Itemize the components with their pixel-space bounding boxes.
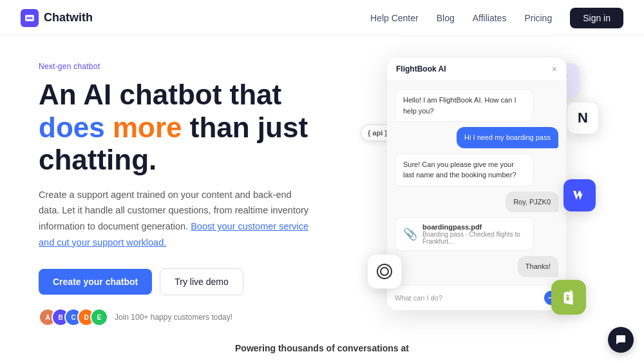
headline-highlight-blue: does <box>39 112 113 143</box>
powering-text: Powering thousands of conversations at <box>39 343 605 353</box>
navbar: Chatwith Help Center Blog Affiliates Pri… <box>0 0 644 36</box>
svg-point-3 <box>31 17 33 19</box>
social-proof: A B C D E Join 100+ happy customers toda… <box>39 308 335 326</box>
try-demo-button[interactable]: Try live demo <box>160 268 243 295</box>
nav-link-affiliates[interactable]: Affiliates <box>473 13 507 23</box>
nav-links: Help Center Blog Affiliates Pricing Sign… <box>370 8 623 28</box>
chat-header: FlightBook AI × <box>387 57 566 81</box>
chat-message-2: Sure! Can you please give me your last n… <box>395 153 534 186</box>
social-proof-text: Join 100+ happy customers today! <box>115 313 232 322</box>
chat-input-placeholder[interactable]: What can I do? <box>395 294 539 302</box>
svg-point-1 <box>27 17 29 19</box>
nav-link-pricing[interactable]: Pricing <box>524 13 552 23</box>
notion-icon: N <box>567 102 599 134</box>
sign-in-button[interactable]: Sign in <box>570 8 623 28</box>
chat-message-1: Hi I need my boarding pass <box>457 127 558 148</box>
hero-tag: Next-gen chatbot <box>39 62 335 71</box>
chat-window: FlightBook AI × Hello! I am FlightBook A… <box>386 57 567 311</box>
chat-message-3: Roy, PJZK0 <box>506 191 558 213</box>
webflow-icon <box>564 179 596 211</box>
headline-part1: An AI chatbot that <box>39 79 281 110</box>
chat-file-message: 📎 boardingpass.pdf Boarding pass · Check… <box>395 217 534 251</box>
chat-widget-button[interactable] <box>608 327 634 353</box>
chat-message-0: Hello! I am FlightBook AI. How can I hel… <box>395 89 534 122</box>
shopify-icon <box>551 280 586 315</box>
main-content: Next-gen chatbot An AI chatbot that does… <box>0 36 644 328</box>
bottom-section: Powering thousands of conversations at ✦… <box>0 343 644 363</box>
hero-right: T { api } N FlightBook AI × Hello! I am … <box>361 57 605 328</box>
cta-row: Create your chatbot Try live demo <box>39 268 335 295</box>
hero-left: Next-gen chatbot An AI chatbot that does… <box>39 57 335 328</box>
chat-body: Hello! I am FlightBook AI. How can I hel… <box>387 81 566 285</box>
logo-text: Chatwith <box>44 11 93 25</box>
headline-highlight-orange: more <box>113 112 190 143</box>
avatar-5: E <box>90 308 108 326</box>
file-icon: 📎 <box>403 227 417 241</box>
logo-icon <box>21 9 39 27</box>
chat-message-4: Thanks! <box>518 256 558 277</box>
svg-point-2 <box>29 17 31 19</box>
logo[interactable]: Chatwith <box>21 9 93 27</box>
hero-headline: An AI chatbot that does more than justch… <box>39 79 335 177</box>
hero-description: Create a support agent trained on your c… <box>39 187 309 251</box>
chat-title: FlightBook AI <box>396 64 446 74</box>
nav-link-blog[interactable]: Blog <box>437 13 455 23</box>
chat-footer: What can I do? <box>387 285 566 310</box>
avatar-group: A B C D E <box>39 308 108 326</box>
nav-link-help[interactable]: Help Center <box>370 13 419 23</box>
openai-icon <box>367 254 402 289</box>
create-chatbot-button[interactable]: Create your chatbot <box>39 269 152 295</box>
file-sub: Boarding pass · Checked flights to Frank… <box>422 231 526 245</box>
chat-close-button[interactable]: × <box>552 64 557 74</box>
file-name: boardingpass.pdf <box>422 223 526 231</box>
